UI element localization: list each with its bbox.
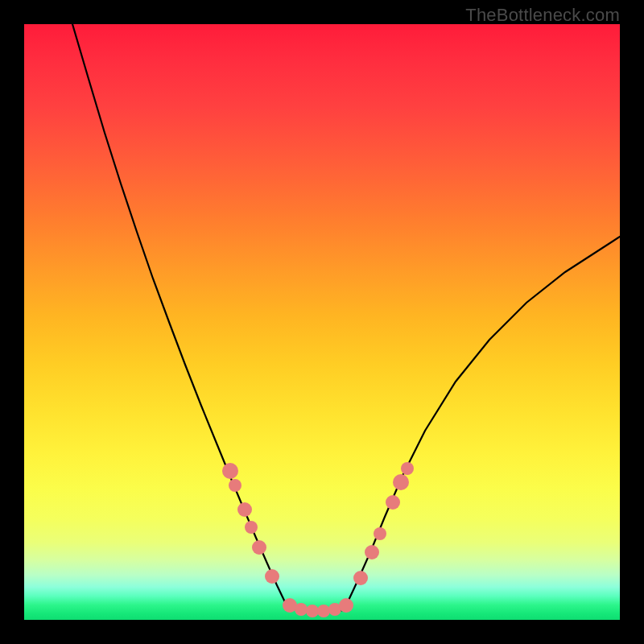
marker-dots [222,462,414,617]
marker-dot [317,605,330,617]
marker-dot [386,495,400,510]
watermark-text: TheBottleneck.com [465,5,620,26]
marker-dot [393,474,409,490]
marker-dot [365,545,379,559]
marker-dot [237,502,252,517]
marker-dot [222,463,238,479]
plot-area [24,24,620,620]
curve-line [72,24,620,612]
marker-dot [353,571,368,585]
marker-dot [339,598,353,613]
chart-frame: TheBottleneck.com [0,0,644,644]
marker-dot [306,605,319,617]
marker-dot [401,462,414,475]
marker-dot [374,527,386,540]
marker-dot [245,521,258,534]
marker-dot [229,479,242,492]
marker-dot [295,603,308,616]
bottleneck-curve-svg [24,24,620,620]
marker-dot [265,569,279,584]
marker-dot [252,540,266,555]
